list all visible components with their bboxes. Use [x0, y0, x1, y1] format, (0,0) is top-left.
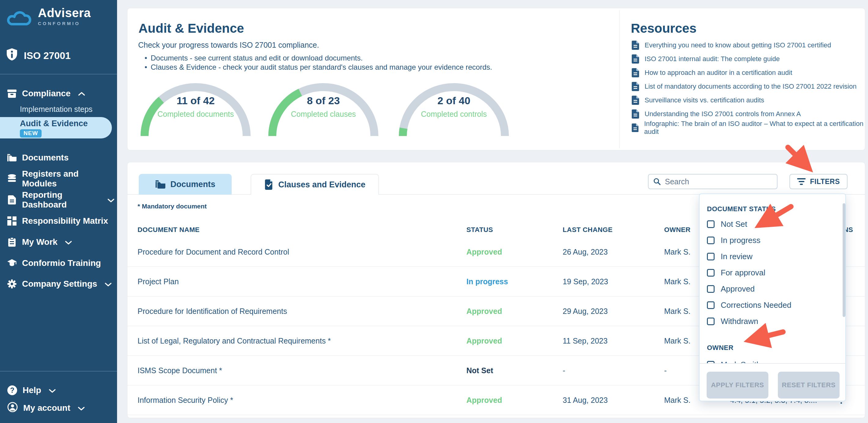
cell-last-change: 31 Aug, 2023	[563, 385, 608, 415]
filter-option-for-approval[interactable]: For approval	[707, 265, 833, 281]
cell-last-change: -	[563, 356, 565, 385]
filter-option-label: In progress	[721, 236, 761, 245]
resource-link[interactable]: Understanding the ISO 27001 controls fro…	[632, 107, 865, 121]
filter-option-label: Not Set	[721, 219, 747, 229]
document-icon	[632, 123, 639, 132]
search-box[interactable]	[648, 174, 778, 189]
filter-option-corrections-needed[interactable]: Corrections Needed	[707, 297, 833, 313]
document-icon	[632, 54, 639, 64]
resource-link[interactable]: Infographic: The brain of an ISO auditor…	[632, 121, 865, 134]
filters-dropdown-panel: DOCUMENT STATUS Not Set In progress In r…	[699, 193, 846, 401]
gauge-completed-clauses: 8 of 23 Completed clauses	[265, 76, 381, 137]
panel-scrollbar[interactable]	[843, 203, 845, 317]
column-header-status[interactable]: STATUS	[466, 226, 493, 234]
document-icon	[632, 68, 639, 77]
cell-document-name[interactable]: Procedure for Document and Record Contro…	[137, 237, 289, 267]
sidebar-item-reporting-dashboard[interactable]: Reporting Dashboard	[7, 194, 115, 206]
cell-status: In progress	[466, 267, 508, 296]
grid-icon	[7, 216, 17, 225]
tab-documents[interactable]: Documents	[139, 174, 232, 195]
sidebar-item-implementation-steps[interactable]: Implementation steps	[20, 103, 93, 115]
resource-link[interactable]: ISO 27001 internal audit: The complete g…	[632, 52, 865, 66]
filter-status-list: Not Set In progress In review For approv…	[707, 216, 833, 330]
panel-divider	[619, 10, 620, 148]
cell-document-name[interactable]: Project Plan	[137, 267, 179, 296]
checkbox[interactable]	[707, 253, 715, 261]
sidebar-item-registers-modules[interactable]: Registers and Modules	[7, 173, 115, 185]
database-icon	[7, 174, 17, 183]
sidebar-item-my-work[interactable]: My Work	[7, 236, 115, 248]
filters-button[interactable]: FILTERS	[789, 174, 847, 189]
checkbox[interactable]	[707, 301, 715, 309]
overview-bullet: Documents - see current status and edit …	[145, 54, 492, 63]
gauge-value: 11 of 42	[137, 95, 254, 107]
cell-document-name[interactable]: ISMS Scope Document *	[137, 356, 222, 385]
chevron-down-icon	[107, 195, 115, 205]
filter-option-in-review[interactable]: In review	[707, 248, 833, 265]
checkbox[interactable]	[707, 285, 715, 293]
resource-link-label: How to approach an auditor in a certific…	[645, 69, 792, 77]
sidebar-item-iso27001[interactable]: ISO 27001	[7, 48, 71, 63]
cell-status: Not Set	[466, 356, 493, 385]
app-logo[interactable]: Advisera CONFORMIO	[6, 6, 91, 28]
sidebar-item-company-settings[interactable]: Company Settings	[7, 278, 115, 290]
tab-label: Documents	[170, 180, 215, 189]
brand-name: Advisera	[38, 6, 91, 20]
sidebar-item-audit-evidence[interactable]: Audit & Evidence NEW	[0, 117, 112, 139]
new-badge: NEW	[20, 129, 41, 138]
document-icon	[632, 110, 639, 119]
sidebar-item-documents[interactable]: Documents	[7, 152, 115, 164]
checkbox[interactable]	[707, 318, 715, 325]
gauge-caption: Completed documents	[137, 110, 254, 119]
graduation-cap-icon	[7, 259, 17, 267]
resource-link[interactable]: List of mandatory documents according to…	[632, 80, 865, 93]
filter-section-document-status: DOCUMENT STATUS	[707, 205, 776, 213]
filter-option-withdrawn[interactable]: Withdrawn	[707, 313, 833, 330]
gauge-caption: Completed clauses	[265, 110, 381, 119]
chevron-up-icon	[78, 89, 85, 98]
filter-section-owner: OWNER	[707, 344, 734, 352]
column-header-last-change[interactable]: LAST CHANGE	[563, 226, 613, 234]
resource-link-label: Understanding the ISO 27001 controls fro…	[645, 110, 801, 118]
resources-title: Resources	[631, 21, 696, 36]
cell-document-name[interactable]: List of Legal, Regulatory and Contractua…	[137, 326, 331, 356]
filter-option-label: In review	[721, 252, 752, 261]
sidebar-item-my-account[interactable]: My account	[7, 402, 115, 414]
sidebar-item-help[interactable]: ? Help	[7, 384, 115, 396]
search-input[interactable]	[665, 177, 772, 186]
resource-link-label: List of mandatory documents according to…	[645, 83, 857, 90]
sidebar-item-label: Responsibility Matrix	[22, 216, 108, 226]
resource-link[interactable]: How to approach an auditor in a certific…	[632, 66, 865, 80]
filter-option-approved[interactable]: Approved	[707, 281, 833, 297]
cell-owner: -	[664, 356, 666, 385]
chevron-down-icon	[49, 385, 56, 395]
sidebar-item-label: Reporting Dashboard	[22, 190, 100, 210]
resource-link[interactable]: Surveillance visits vs. certification au…	[632, 93, 865, 107]
apply-filters-button[interactable]: APPLY FILTERS	[707, 372, 768, 398]
cell-owner: Mark S.	[664, 237, 690, 267]
document-icon	[632, 82, 639, 91]
sidebar-item-responsibility-matrix[interactable]: Responsibility Matrix	[7, 215, 115, 227]
checkbox[interactable]	[707, 237, 715, 244]
sidebar-item-conformio-training[interactable]: Conformio Training	[7, 257, 115, 269]
cell-document-name[interactable]: Information Security Policy *	[137, 385, 233, 415]
clipboard-icon	[7, 238, 17, 247]
cell-last-change: 19 Sep, 2023	[563, 267, 608, 296]
checkbox[interactable]	[707, 220, 715, 228]
cell-document-name[interactable]: Procedure for Identification of Requirem…	[137, 297, 287, 326]
filter-option-in-progress[interactable]: In progress	[707, 232, 833, 248]
shield-info-icon	[7, 48, 17, 63]
sidebar-item-label: Documents	[22, 153, 68, 162]
cell-status: Approved	[466, 297, 502, 326]
checkbox[interactable]	[707, 269, 715, 277]
filter-option-not-set[interactable]: Not Set	[707, 216, 833, 232]
reset-filters-button[interactable]: RESET FILTERS	[778, 372, 840, 398]
search-icon	[653, 178, 660, 185]
tab-clauses-evidence[interactable]: Clauses and Evidence	[251, 174, 379, 195]
resource-link[interactable]: Everything you need to know about gettin…	[632, 38, 865, 52]
archive-icon	[7, 89, 17, 98]
sidebar-item-compliance[interactable]: Compliance	[7, 87, 115, 100]
sidebar-subitem-label: Implementation steps	[20, 105, 93, 114]
column-header-owner[interactable]: OWNER	[664, 226, 690, 234]
column-header-document-name[interactable]: DOCUMENT NAME	[137, 226, 199, 234]
